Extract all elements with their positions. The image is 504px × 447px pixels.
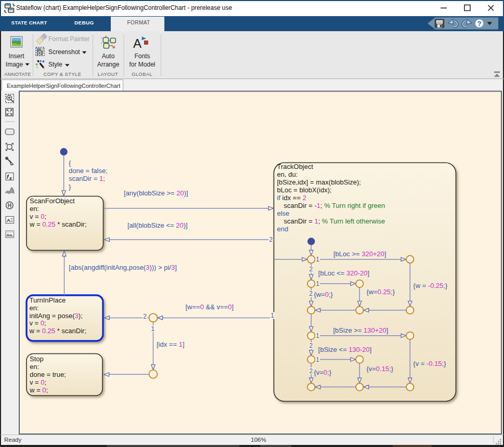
svg-text:en, du:: en, du: (277, 170, 298, 178)
svg-text:{w = -0.25;}: {w = -0.25;} (413, 282, 448, 290)
svg-text:bLoc = blobX(idx);: bLoc = blobX(idx); (277, 186, 332, 194)
svg-text:[abs(angdiff(initAng,pose(3))): [abs(angdiff(initAng,pose(3))) > pi/3] (69, 264, 177, 271)
svg-text:[bSize >= 130+20]: [bSize >= 130+20] (333, 326, 389, 334)
svg-text:{v=0.15;}: {v=0.15;} (366, 365, 393, 373)
svg-text:[any(blobSize >= 20)]: [any(blobSize >= 20)] (124, 189, 188, 197)
svg-text:A: A (7, 217, 10, 223)
svg-text:2: 2 (309, 290, 313, 297)
svg-text:2: 2 (309, 266, 313, 273)
svg-text:[bSize,idx] = max(blobSize);: [bSize,idx] = max(blobSize); (277, 178, 361, 186)
svg-text:Ready: Ready (4, 437, 21, 443)
svg-text:1: 1 (270, 312, 274, 319)
svg-text:[idx == 1]: [idx == 1] (157, 340, 185, 348)
svg-text:TurnInPlace: TurnInPlace (30, 296, 66, 304)
svg-text:[all(blobSize <= 20)]: [all(blobSize <= 20)] (127, 221, 188, 229)
svg-text:2: 2 (309, 367, 313, 375)
svg-text:initAng = pose(3);: initAng = pose(3); (30, 312, 83, 320)
svg-text:1: 1 (151, 325, 154, 333)
svg-text:v = 0;: v = 0; (30, 319, 46, 327)
svg-text:1: 1 (316, 280, 319, 287)
svg-text:en:: en: (30, 363, 39, 371)
svg-text:{: { (69, 159, 71, 167)
svg-text:2: 2 (309, 342, 313, 349)
svg-text:done = false;: done = false; (69, 167, 108, 175)
svg-text:scanDir = 1; % Turn left other: scanDir = 1; % Turn left otherwise (284, 217, 385, 225)
svg-text:else: else (277, 209, 290, 217)
svg-text:if idx == 2: if idx == 2 (277, 194, 306, 202)
svg-text:{v=0;}: {v=0;} (314, 369, 331, 376)
svg-text:1: 1 (316, 332, 319, 339)
svg-text:1: 1 (316, 356, 319, 363)
svg-text:[bSize <= 130-20]: [bSize <= 130-20] (318, 346, 372, 353)
svg-text:{v = -0.15;}: {v = -0.15;} (413, 360, 446, 367)
svg-text:}: } (69, 183, 71, 191)
svg-text:end: end (277, 225, 289, 233)
svg-text:scanDir = 1;: scanDir = 1; (69, 175, 105, 182)
svg-text:ScanForObject: ScanForObject (30, 197, 75, 205)
svg-text:en:: en: (30, 304, 39, 312)
svg-text:{w=0;}: {w=0;} (314, 291, 333, 298)
svg-text:[bLoc >= 320+20]: [bLoc >= 320+20] (333, 250, 386, 258)
svg-text:TrackObject: TrackObject (277, 163, 314, 170)
svg-text:2: 2 (269, 236, 273, 243)
svg-text:106%: 106% (251, 437, 266, 443)
svg-text:v = 0;: v = 0; (30, 213, 46, 220)
svg-text:w = 0.25 * scanDir;: w = 0.25 * scanDir; (29, 327, 87, 335)
svg-text:{w=0.25;}: {w=0.25;} (366, 288, 395, 296)
svg-text:Stop: Stop (30, 355, 44, 363)
svg-text:1: 1 (316, 256, 319, 263)
svg-text:v = 0;: v = 0; (30, 378, 46, 386)
svg-text:[bLoc <= 320-20]: [bLoc <= 320-20] (318, 269, 369, 277)
svg-text:done = true;: done = true; (30, 371, 66, 378)
svg-text:w = 0;: w = 0; (29, 386, 48, 394)
svg-text:H: H (8, 203, 11, 208)
svg-text:w = 0.25 * scanDir;: w = 0.25 * scanDir; (29, 220, 87, 228)
svg-text:[w==0 && v==0]: [w==0 && v==0] (186, 303, 234, 311)
svg-text:2: 2 (143, 313, 147, 320)
svg-text:en:: en: (30, 205, 39, 213)
svg-text:scanDir = -1; % Turn right if: scanDir = -1; % Turn right if green (284, 202, 385, 209)
